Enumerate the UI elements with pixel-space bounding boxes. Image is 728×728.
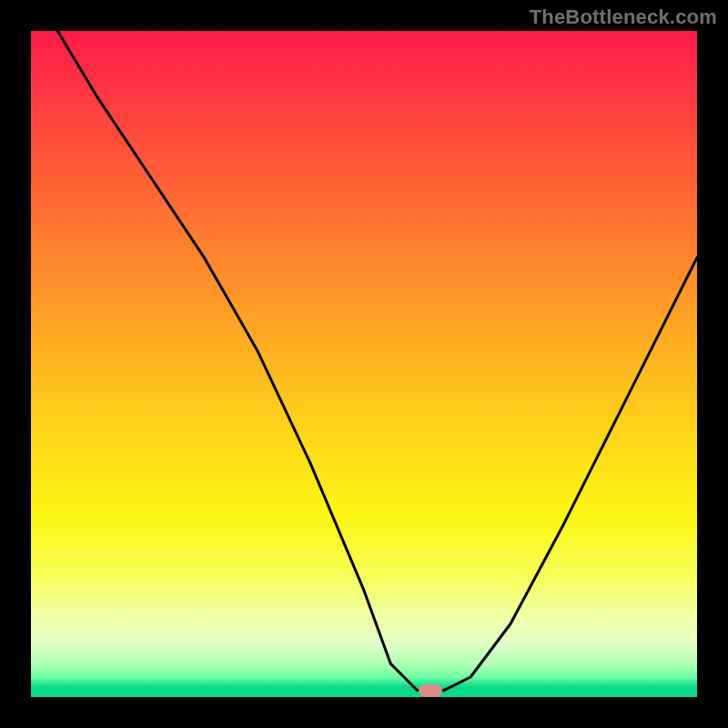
watermark-text: TheBottleneck.com [530, 5, 717, 29]
plot-area [31, 31, 697, 697]
optimal-marker-icon [419, 684, 442, 697]
bottleneck-curve [31, 31, 697, 697]
chart-canvas: TheBottleneck.com [0, 0, 728, 728]
